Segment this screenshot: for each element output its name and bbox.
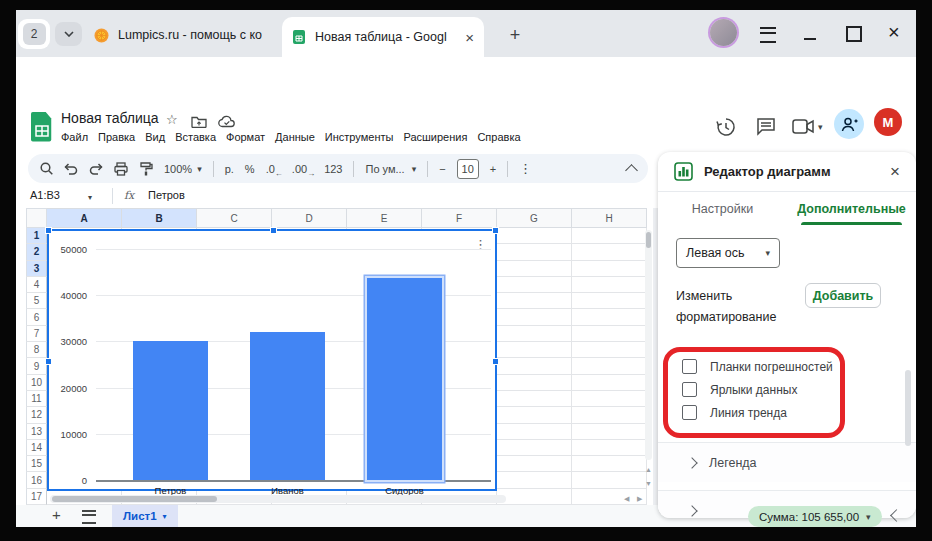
menu-инструменты[interactable]: Инструменты — [325, 131, 394, 143]
row-header-8[interactable]: 8 — [26, 342, 47, 358]
row-header-14[interactable]: 14 — [26, 440, 47, 456]
menu-расширения[interactable]: Расширения — [403, 131, 467, 143]
menu-данные[interactable]: Данные — [275, 131, 315, 143]
row-header-12[interactable]: 12 — [26, 407, 47, 423]
horizontal-scrollbar-thumb[interactable] — [52, 496, 217, 502]
menu-вид[interactable]: Вид — [145, 131, 165, 143]
search-icon[interactable] — [40, 162, 53, 175]
window-close-button[interactable]: × — [888, 21, 900, 44]
add-button[interactable]: Добавить — [805, 283, 881, 308]
toolbar-overflow-kebab-icon[interactable]: ⋮ — [519, 161, 532, 176]
column-header-H[interactable]: H — [572, 208, 647, 228]
menu-файл[interactable]: Файл — [61, 131, 88, 143]
document-title[interactable]: Новая таблица — [61, 110, 159, 126]
checkbox-row-линия-тренда[interactable]: Линия тренда — [658, 401, 898, 424]
formula-input[interactable]: Петров — [148, 189, 185, 201]
select-all-corner[interactable] — [26, 208, 47, 228]
undo-icon[interactable] — [64, 163, 78, 175]
tab-settings[interactable]: Настройки — [658, 192, 787, 225]
panel-scrollbar-thumb[interactable] — [905, 370, 911, 446]
scroll-left-icon[interactable]: ◀ — [624, 495, 629, 503]
row-header-2[interactable]: 2 — [26, 244, 47, 260]
menu-формат[interactable]: Формат — [226, 131, 265, 143]
checkbox-row-ярлыки-данных[interactable]: Ярлыки данных — [658, 378, 898, 401]
percent-format-button[interactable]: % — [245, 163, 255, 175]
bar-Сидоров[interactable] — [367, 278, 442, 480]
name-box-caret-icon[interactable]: ▾ — [88, 193, 92, 202]
column-header-C[interactable]: C — [197, 208, 272, 228]
row-header-15[interactable]: 15 — [26, 456, 47, 472]
checkbox-unchecked-icon[interactable] — [682, 405, 697, 420]
scroll-down-icon[interactable]: ▼ — [645, 480, 652, 487]
column-header-F[interactable]: F — [422, 208, 497, 228]
font-size-increase-button[interactable]: + — [490, 163, 496, 175]
vertical-scrollbar-thumb[interactable] — [646, 232, 651, 248]
horizontal-scrollbar[interactable] — [50, 495, 506, 503]
row-header-16[interactable]: 16 — [26, 472, 47, 488]
panel-close-icon[interactable]: × — [890, 162, 900, 182]
font-style-select[interactable]: По ум... — [365, 163, 404, 175]
tab-list-chevron-button[interactable] — [55, 22, 82, 46]
tab-close-icon[interactable]: × — [465, 30, 474, 45]
redo-icon[interactable] — [89, 163, 103, 175]
scroll-right-icon[interactable]: ▶ — [637, 495, 642, 503]
row-header-4[interactable]: 4 — [26, 277, 47, 293]
tab-count-badge[interactable]: 2 — [18, 19, 50, 49]
axis-dropdown[interactable]: Левая ось ▾ — [676, 238, 780, 268]
chart-resize-handle[interactable] — [492, 358, 499, 365]
google-sheets-logo[interactable] — [30, 112, 54, 144]
chart-resize-handle[interactable] — [45, 227, 52, 234]
new-tab-button[interactable]: + — [502, 22, 528, 48]
star-icon[interactable]: ☆ — [166, 112, 178, 127]
legend-section[interactable]: Легенда — [658, 442, 916, 482]
decrease-decimals-button[interactable]: .0← — [266, 163, 281, 175]
checkbox-row-планки-погрешностей[interactable]: Планки погрешностей — [658, 355, 898, 378]
column-header-E[interactable]: E — [347, 208, 422, 228]
zoom-select[interactable]: 100% — [164, 163, 192, 175]
bar-Петров[interactable] — [133, 341, 208, 480]
row-header-13[interactable]: 13 — [26, 424, 47, 440]
checkbox-unchecked-icon[interactable] — [682, 359, 697, 374]
font-size-decrease-button[interactable]: − — [439, 163, 445, 175]
row-header-10[interactable]: 10 — [26, 375, 47, 391]
font-size-input[interactable]: 10 — [457, 159, 479, 179]
row-header-5[interactable]: 5 — [26, 293, 47, 309]
column-header-B[interactable]: B — [122, 208, 197, 228]
sum-status-pill[interactable]: Сумма: 105 655,00 ▾ — [748, 506, 882, 527]
menu-вставка[interactable]: Вставка — [175, 131, 216, 143]
move-folder-icon[interactable] — [191, 115, 207, 128]
window-maximize-button[interactable] — [846, 26, 862, 42]
row-header-3[interactable]: 3 — [26, 261, 47, 277]
chart-resize-handle[interactable] — [270, 227, 277, 234]
sheet-tab-active[interactable]: Лист1 ▾ — [112, 505, 178, 527]
chart-resize-handle[interactable] — [45, 358, 52, 365]
chart-resize-handle[interactable] — [492, 227, 499, 234]
all-sheets-menu-icon[interactable] — [82, 510, 96, 524]
window-minimize-button[interactable] — [804, 38, 816, 40]
collapse-toolbar-icon[interactable] — [625, 164, 638, 177]
share-button[interactable] — [834, 109, 864, 139]
vertical-scrollbar[interactable] — [645, 230, 652, 460]
tab-customize[interactable]: Дополнительные — [787, 192, 916, 225]
currency-format-button[interactable]: р. — [225, 163, 234, 175]
more-formats-button[interactable]: 123 — [324, 163, 342, 175]
print-icon[interactable] — [114, 162, 128, 176]
account-avatar[interactable]: M — [874, 108, 902, 136]
paint-format-icon[interactable] — [139, 162, 153, 176]
row-header-9[interactable]: 9 — [26, 358, 47, 374]
camera-dropdown-caret-icon[interactable]: ▾ — [818, 122, 823, 132]
increase-decimals-button[interactable]: .00→ — [292, 163, 313, 175]
column-header-D[interactable]: D — [272, 208, 347, 228]
checkbox-unchecked-icon[interactable] — [682, 382, 697, 397]
menu-справка[interactable]: Справка — [477, 131, 520, 143]
browser-profile-avatar[interactable] — [710, 19, 737, 46]
browser-menu-icon[interactable] — [760, 27, 776, 43]
version-history-icon[interactable] — [716, 117, 736, 137]
add-sheet-button[interactable]: + — [52, 506, 61, 523]
embedded-chart[interactable]: ⋮ 01000020000300004000050000ПетровИванов… — [47, 229, 497, 491]
browser-tab-inactive[interactable]: Lumpics.ru - помощь с ко — [94, 22, 280, 48]
row-header-1[interactable]: 1 — [26, 228, 47, 244]
menu-правка[interactable]: Правка — [98, 131, 135, 143]
row-header-17[interactable]: 17 — [26, 489, 47, 505]
cloud-saved-icon[interactable] — [218, 115, 236, 128]
